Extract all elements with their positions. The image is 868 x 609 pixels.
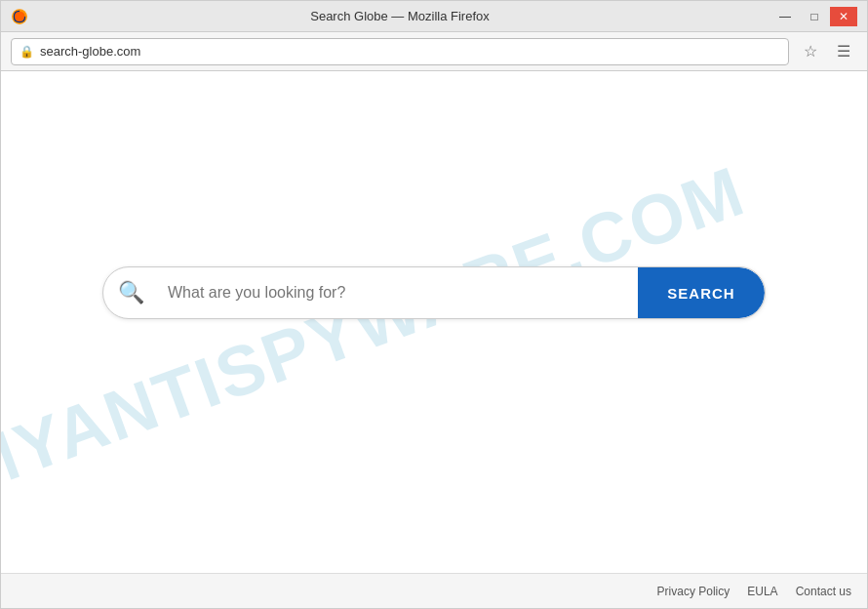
title-bar-left [11, 8, 28, 25]
minimize-button[interactable]: — [771, 7, 799, 26]
address-input-wrapper[interactable]: 🔒 search-globe.com [11, 38, 789, 65]
search-input[interactable] [158, 267, 638, 318]
contact-us-link[interactable]: Contact us [796, 585, 851, 598]
address-bar-right: ☆ ☰ [797, 38, 857, 65]
address-bar: 🔒 search-globe.com ☆ ☰ [1, 32, 867, 71]
close-button[interactable]: ✕ [830, 7, 857, 26]
window-controls: — □ ✕ [771, 7, 857, 26]
page-content: MYANTISPYWARE.COM 🔍 SEARCH [1, 71, 867, 573]
footer: Privacy Policy EULA Contact us [1, 573, 867, 608]
url-display: search-globe.com [40, 44, 780, 59]
bookmark-button[interactable]: ☆ [797, 38, 824, 65]
firefox-icon [11, 8, 28, 25]
maximize-button[interactable]: □ [801, 7, 828, 26]
search-icon-wrapper: 🔍 [103, 267, 158, 318]
title-text: Search Globe — Mozilla Firefox [310, 9, 490, 23]
browser-window: Search Globe — Mozilla Firefox — □ ✕ 🔒 s… [0, 0, 868, 609]
search-icon: 🔍 [118, 280, 144, 305]
watermark: MYANTISPYWARE.COM [1, 150, 755, 509]
lock-icon: 🔒 [20, 45, 34, 59]
search-button[interactable]: SEARCH [638, 267, 765, 318]
menu-button[interactable]: ☰ [830, 38, 857, 65]
search-box: 🔍 SEARCH [102, 266, 766, 319]
privacy-policy-link[interactable]: Privacy Policy [657, 585, 730, 598]
search-area: 🔍 SEARCH [102, 266, 766, 319]
eula-link[interactable]: EULA [747, 585, 777, 598]
title-bar-title: Search Globe — Mozilla Firefox [28, 9, 771, 23]
title-bar: Search Globe — Mozilla Firefox — □ ✕ [1, 1, 867, 32]
